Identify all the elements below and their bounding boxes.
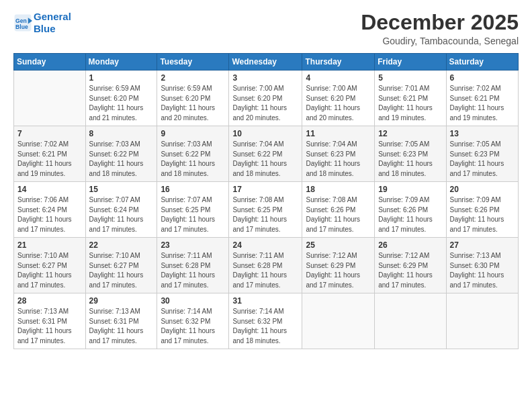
day-number: 16 — [161, 185, 225, 194]
logo-icon: Gen Blue — [13, 13, 32, 32]
calendar-day-cell — [375, 293, 446, 349]
weekday-header: Wednesday — [229, 54, 302, 71]
calendar-day-cell: 22Sunrise: 7:10 AM Sunset: 6:27 PM Dayli… — [85, 238, 157, 293]
day-info: Sunrise: 7:10 AM Sunset: 6:27 PM Dayligh… — [17, 251, 82, 290]
day-number: 17 — [232, 185, 298, 194]
day-number: 2 — [161, 73, 225, 83]
calendar-day-cell: 25Sunrise: 7:12 AM Sunset: 6:29 PM Dayli… — [302, 238, 375, 293]
calendar-day-cell: 8Sunrise: 7:03 AM Sunset: 6:22 PM Daylig… — [85, 126, 157, 182]
calendar-week-row: 21Sunrise: 7:10 AM Sunset: 6:27 PM Dayli… — [14, 238, 519, 293]
day-info: Sunrise: 7:04 AM Sunset: 6:22 PM Dayligh… — [232, 140, 298, 179]
day-info: Sunrise: 6:59 AM Sunset: 6:20 PM Dayligh… — [89, 84, 154, 123]
calendar-day-cell: 31Sunrise: 7:14 AM Sunset: 6:32 PM Dayli… — [229, 293, 302, 349]
svg-text:Gen: Gen — [15, 17, 27, 24]
day-number: 19 — [378, 185, 442, 194]
day-number: 22 — [89, 240, 154, 250]
day-number: 14 — [17, 185, 82, 194]
day-info: Sunrise: 7:14 AM Sunset: 6:32 PM Dayligh… — [232, 307, 298, 346]
calendar-day-cell: 13Sunrise: 7:05 AM Sunset: 6:23 PM Dayli… — [446, 126, 518, 182]
day-info: Sunrise: 7:09 AM Sunset: 6:26 PM Dayligh… — [450, 195, 515, 234]
calendar-day-cell: 17Sunrise: 7:08 AM Sunset: 6:25 PM Dayli… — [229, 182, 302, 238]
calendar-day-cell: 7Sunrise: 7:02 AM Sunset: 6:21 PM Daylig… — [14, 126, 86, 182]
day-info: Sunrise: 6:59 AM Sunset: 6:20 PM Dayligh… — [161, 84, 225, 123]
day-info: Sunrise: 7:03 AM Sunset: 6:22 PM Dayligh… — [161, 140, 225, 179]
day-info: Sunrise: 7:05 AM Sunset: 6:23 PM Dayligh… — [450, 140, 515, 179]
day-info: Sunrise: 7:03 AM Sunset: 6:22 PM Dayligh… — [89, 140, 154, 179]
calendar-day-cell — [446, 293, 518, 349]
logo-text: General Blue — [34, 11, 71, 35]
logo-line2: Blue — [34, 23, 56, 34]
day-number: 12 — [378, 129, 442, 138]
day-number: 1 — [89, 73, 154, 83]
calendar-day-cell — [14, 71, 86, 126]
weekday-header: Saturday — [446, 54, 518, 71]
weekday-header: Tuesday — [157, 54, 229, 71]
day-info: Sunrise: 7:05 AM Sunset: 6:23 PM Dayligh… — [378, 140, 442, 179]
calendar-header-row: SundayMondayTuesdayWednesdayThursdayFrid… — [14, 54, 519, 71]
calendar-day-cell: 1Sunrise: 6:59 AM Sunset: 6:20 PM Daylig… — [85, 71, 157, 126]
calendar-day-cell: 3Sunrise: 7:00 AM Sunset: 6:20 PM Daylig… — [229, 71, 302, 126]
calendar-day-cell: 23Sunrise: 7:11 AM Sunset: 6:28 PM Dayli… — [157, 238, 229, 293]
day-number: 28 — [17, 296, 82, 306]
page: Gen Blue General Blue December 2025 Goud… — [0, 0, 532, 411]
calendar-day-cell: 11Sunrise: 7:04 AM Sunset: 6:23 PM Dayli… — [302, 126, 375, 182]
day-info: Sunrise: 7:14 AM Sunset: 6:32 PM Dayligh… — [161, 307, 225, 346]
month-title: December 2025 — [361, 11, 519, 34]
day-number: 8 — [89, 129, 154, 138]
day-number: 26 — [378, 240, 442, 250]
day-number: 10 — [232, 129, 298, 138]
calendar-day-cell: 2Sunrise: 6:59 AM Sunset: 6:20 PM Daylig… — [157, 71, 229, 126]
location: Goudiry, Tambacounda, Senegal — [361, 36, 519, 46]
weekday-header: Thursday — [302, 54, 375, 71]
day-info: Sunrise: 7:06 AM Sunset: 6:24 PM Dayligh… — [17, 195, 82, 234]
calendar-day-cell: 18Sunrise: 7:08 AM Sunset: 6:26 PM Dayli… — [302, 182, 375, 238]
day-number: 29 — [89, 296, 154, 306]
day-number: 6 — [450, 73, 515, 83]
day-number: 11 — [306, 129, 371, 138]
calendar-day-cell: 16Sunrise: 7:07 AM Sunset: 6:25 PM Dayli… — [157, 182, 229, 238]
day-info: Sunrise: 7:13 AM Sunset: 6:31 PM Dayligh… — [89, 307, 154, 346]
calendar-week-row: 7Sunrise: 7:02 AM Sunset: 6:21 PM Daylig… — [14, 126, 519, 182]
calendar-day-cell: 24Sunrise: 7:11 AM Sunset: 6:28 PM Dayli… — [229, 238, 302, 293]
day-info: Sunrise: 7:10 AM Sunset: 6:27 PM Dayligh… — [89, 251, 154, 290]
day-info: Sunrise: 7:02 AM Sunset: 6:21 PM Dayligh… — [17, 140, 82, 179]
day-info: Sunrise: 7:13 AM Sunset: 6:30 PM Dayligh… — [450, 251, 515, 290]
day-info: Sunrise: 7:07 AM Sunset: 6:24 PM Dayligh… — [89, 195, 154, 234]
day-info: Sunrise: 7:11 AM Sunset: 6:28 PM Dayligh… — [161, 251, 225, 290]
weekday-header: Sunday — [14, 54, 86, 71]
day-info: Sunrise: 7:01 AM Sunset: 6:21 PM Dayligh… — [378, 84, 442, 123]
day-info: Sunrise: 7:04 AM Sunset: 6:23 PM Dayligh… — [306, 140, 371, 179]
calendar-day-cell: 6Sunrise: 7:02 AM Sunset: 6:21 PM Daylig… — [446, 71, 518, 126]
day-info: Sunrise: 7:00 AM Sunset: 6:20 PM Dayligh… — [306, 84, 371, 123]
calendar-day-cell: 9Sunrise: 7:03 AM Sunset: 6:22 PM Daylig… — [157, 126, 229, 182]
calendar-day-cell: 30Sunrise: 7:14 AM Sunset: 6:32 PM Dayli… — [157, 293, 229, 349]
calendar-day-cell: 27Sunrise: 7:13 AM Sunset: 6:30 PM Dayli… — [446, 238, 518, 293]
day-number: 20 — [450, 185, 515, 194]
day-number: 27 — [450, 240, 515, 250]
calendar-day-cell: 5Sunrise: 7:01 AM Sunset: 6:21 PM Daylig… — [375, 71, 446, 126]
calendar-day-cell: 4Sunrise: 7:00 AM Sunset: 6:20 PM Daylig… — [302, 71, 375, 126]
day-info: Sunrise: 7:02 AM Sunset: 6:21 PM Dayligh… — [450, 84, 515, 123]
day-number: 31 — [232, 296, 298, 306]
calendar-day-cell: 15Sunrise: 7:07 AM Sunset: 6:24 PM Dayli… — [85, 182, 157, 238]
calendar-day-cell: 19Sunrise: 7:09 AM Sunset: 6:26 PM Dayli… — [375, 182, 446, 238]
calendar-day-cell: 21Sunrise: 7:10 AM Sunset: 6:27 PM Dayli… — [14, 238, 86, 293]
calendar-week-row: 28Sunrise: 7:13 AM Sunset: 6:31 PM Dayli… — [14, 293, 519, 349]
calendar-day-cell: 28Sunrise: 7:13 AM Sunset: 6:31 PM Dayli… — [14, 293, 86, 349]
day-number: 9 — [161, 129, 225, 138]
day-number: 30 — [161, 296, 225, 306]
svg-text:Blue: Blue — [15, 24, 28, 30]
day-info: Sunrise: 7:08 AM Sunset: 6:26 PM Dayligh… — [306, 195, 371, 234]
day-number: 15 — [89, 185, 154, 194]
logo-line1: General — [34, 11, 71, 22]
calendar-day-cell: 29Sunrise: 7:13 AM Sunset: 6:31 PM Dayli… — [85, 293, 157, 349]
weekday-header: Friday — [375, 54, 446, 71]
day-number: 7 — [17, 129, 82, 138]
calendar-day-cell: 12Sunrise: 7:05 AM Sunset: 6:23 PM Dayli… — [375, 126, 446, 182]
day-info: Sunrise: 7:12 AM Sunset: 6:29 PM Dayligh… — [378, 251, 442, 290]
calendar-day-cell — [302, 293, 375, 349]
day-info: Sunrise: 7:11 AM Sunset: 6:28 PM Dayligh… — [232, 251, 298, 290]
day-info: Sunrise: 7:12 AM Sunset: 6:29 PM Dayligh… — [306, 251, 371, 290]
calendar-day-cell: 10Sunrise: 7:04 AM Sunset: 6:22 PM Dayli… — [229, 126, 302, 182]
day-number: 13 — [450, 129, 515, 138]
